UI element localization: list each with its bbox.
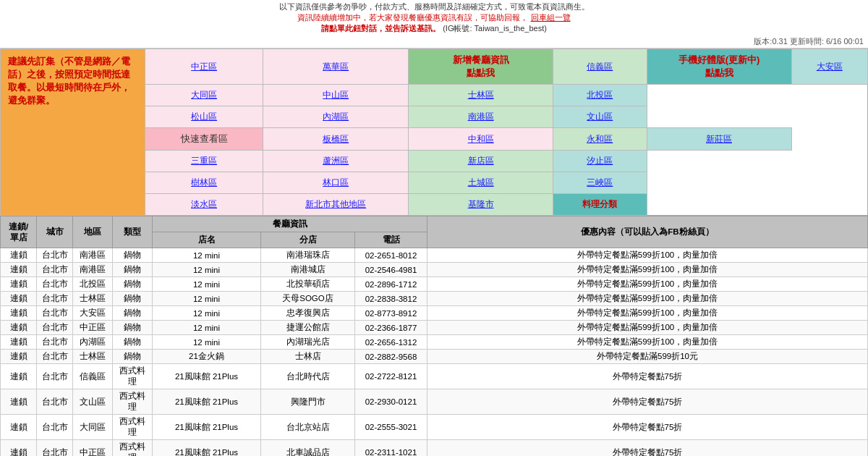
nav-item-tucheng[interactable]: 土城區 — [409, 172, 553, 194]
table-cell-5-2: 中正區 — [73, 321, 113, 335]
table-row: 連鎖台北市大安區鍋物12 mini忠孝復興店02-8773-8912外帶特定餐點… — [1, 306, 868, 321]
table-cell-11-0: 連鎖 — [1, 440, 37, 457]
main-table: 連鎖/單店 城市 地區 類型 餐廳資訊 優惠內容（可以貼入為FB粉絲頁） 店名 … — [0, 216, 868, 456]
table-row: 連鎖台北市信義區西式料理21風味館 21Plus台北時代店02-2722-812… — [1, 364, 868, 389]
table-cell-5-1: 台北市 — [37, 321, 73, 335]
nav-header-col3[interactable]: 手機好體版(更新中)點點我 — [647, 49, 791, 85]
table-cell-8-0: 連鎖 — [1, 364, 37, 389]
table-cell-7-4: 21金火鍋 — [153, 350, 261, 364]
table-cell-8-4: 21風味館 21Plus — [153, 364, 261, 389]
nav-item-daan[interactable]: 大安區 — [791, 49, 868, 85]
nav-item-datong[interactable]: 大同區 — [145, 85, 263, 106]
table-cell-9-2: 文山區 — [73, 389, 113, 415]
table-cell-1-7: 外帶特定餐點滿599折100，肉量加倍 — [427, 263, 868, 277]
table-cell-4-2: 大安區 — [73, 306, 113, 321]
nav-item-wenshan[interactable]: 文山區 — [553, 106, 647, 128]
notice-line1: 以下資訊僅供參考勿爭吵，付款方式、服務時間及詳細確定方式，可致電本頁資訊商生。 — [3, 1, 865, 12]
table-cell-2-7: 外帶特定餐點滿599折100，肉量加倍 — [427, 277, 868, 292]
table-cell-7-2: 士林區 — [73, 350, 113, 364]
nav-header-col1: 建議先訂集（不管是網路／電話）之後，按照預定時間抵達取餐。以最短時間待在戶外，避… — [1, 49, 145, 216]
table-cell-5-5: 捷運公館店 — [261, 321, 355, 335]
nav-item-zhongshan[interactable]: 中山區 — [263, 85, 409, 106]
table-cell-4-4: 12 mini — [153, 306, 261, 321]
table-cell-0-5: 南港瑞珠店 — [261, 248, 355, 263]
table-cell-6-6: 02-2656-1312 — [355, 335, 427, 350]
nav-item-sanxia[interactable]: 三峽區 — [553, 172, 647, 194]
header-phone: 電話 — [355, 232, 427, 248]
table-cell-5-6: 02-2366-1877 — [355, 321, 427, 335]
table-cell-9-5: 興隆門市 — [261, 389, 355, 415]
table-cell-5-3: 鍋物 — [113, 321, 153, 335]
table-cell-11-4: 21風味館 21Plus — [153, 440, 261, 457]
table-cell-2-4: 12 mini — [153, 277, 261, 292]
table-cell-8-1: 台北市 — [37, 364, 73, 389]
table-cell-1-2: 南港區 — [73, 263, 113, 277]
table-cell-5-7: 外帶特定餐點滿599折100，肉量加倍 — [427, 321, 868, 335]
notice-line2-link[interactable]: 回車組一覽 — [531, 13, 571, 22]
table-cell-6-3: 鍋物 — [113, 335, 153, 350]
table-cell-2-1: 台北市 — [37, 277, 73, 292]
table-cell-9-4: 21風味館 21Plus — [153, 389, 261, 415]
header-restaurant-info: 餐廳資訊 — [153, 216, 427, 232]
table-cell-10-3: 西式料理 — [113, 415, 153, 440]
table-row: 連鎖台北市文山區西式料理21風味館 21Plus興隆門市02-2930-0121… — [1, 389, 868, 415]
quick-area-label: 快速查看區 — [145, 128, 263, 151]
top-notice: 以下資訊僅供參考勿爭吵，付款方式、服務時間及詳細確定方式，可致電本頁資訊商生。 … — [0, 0, 868, 35]
table-cell-11-2: 中正區 — [73, 440, 113, 457]
table-cell-8-5: 台北時代店 — [261, 364, 355, 389]
nav-item-cuisine[interactable]: 料理分類 — [553, 194, 647, 216]
table-cell-7-1: 台北市 — [37, 350, 73, 364]
nav-item-danshui[interactable]: 淡水區 — [145, 194, 263, 216]
nav-item-zhongzheng[interactable]: 中正區 — [145, 49, 263, 85]
table-cell-11-6: 02-2311-1021 — [355, 440, 427, 457]
nav-header-col2[interactable]: 新增餐廳資訊點點我 — [409, 49, 553, 85]
nav-item-sanchong[interactable]: 三重區 — [145, 151, 263, 172]
table-cell-11-7: 外帶特定餐點75折 — [427, 440, 868, 457]
table-cell-6-0: 連鎖 — [1, 335, 37, 350]
table-cell-6-5: 內湖瑞光店 — [261, 335, 355, 350]
nav-item-xinbei-other[interactable]: 新北市其他地區 — [263, 194, 409, 216]
table-cell-9-0: 連鎖 — [1, 389, 37, 415]
nav-item-banqiao[interactable]: 板橋區 — [263, 128, 409, 151]
nav-item-zhonghe[interactable]: 中和區 — [409, 128, 553, 151]
table-cell-3-4: 12 mini — [153, 292, 261, 306]
nav-item-xinzhuang[interactable]: 新莊區 — [647, 128, 791, 151]
table-cell-3-3: 鍋物 — [113, 292, 153, 306]
nav-item-jilong[interactable]: 基隆市 — [409, 194, 553, 216]
table-cell-1-3: 鍋物 — [113, 263, 153, 277]
nav-item-shilin[interactable]: 士林區 — [409, 85, 553, 106]
table-cell-2-5: 北投華碩店 — [261, 277, 355, 292]
table-cell-3-2: 士林區 — [73, 292, 113, 306]
table-cell-4-7: 外帶特定餐點滿599折100，肉量加倍 — [427, 306, 868, 321]
table-cell-4-6: 02-8773-8912 — [355, 306, 427, 321]
table-cell-6-4: 12 mini — [153, 335, 261, 350]
nav-item-neihu[interactable]: 內湖區 — [263, 106, 409, 128]
table-cell-0-2: 南港區 — [73, 248, 113, 263]
nav-item-xindian[interactable]: 新店區 — [409, 151, 553, 172]
table-body: 連鎖台北市南港區鍋物12 mini南港瑞珠店02-2651-8012外帶特定餐點… — [1, 248, 868, 457]
table-row: 連鎖台北市士林區鍋物21金火鍋士林店02-2882-9568外帶特定餐點滿599… — [1, 350, 868, 364]
nav-item-shulin[interactable]: 樹林區 — [145, 172, 263, 194]
table-cell-3-0: 連鎖 — [1, 292, 37, 306]
header-chain: 連鎖/單店 — [1, 216, 37, 248]
table-cell-2-2: 北投區 — [73, 277, 113, 292]
nav-item-songshan[interactable]: 松山區 — [145, 106, 263, 128]
nav-item-xinyi[interactable]: 信義區 — [553, 49, 647, 85]
table-cell-9-1: 台北市 — [37, 389, 73, 415]
table-cell-7-6: 02-2882-9568 — [355, 350, 427, 364]
nav-item-linkou[interactable]: 林口區 — [263, 172, 409, 194]
table-cell-11-5: 北車誠品店 — [261, 440, 355, 457]
nav-item-wanhua[interactable]: 萬華區 — [263, 49, 409, 85]
table-cell-11-3: 西式料理 — [113, 440, 153, 457]
table-cell-1-4: 12 mini — [153, 263, 261, 277]
nav-item-yonghe[interactable]: 永和區 — [553, 128, 647, 151]
nav-item-nangang[interactable]: 南港區 — [409, 106, 553, 128]
table-cell-4-3: 鍋物 — [113, 306, 153, 321]
nav-item-beitou[interactable]: 北投區 — [553, 85, 647, 106]
table-cell-7-3: 鍋物 — [113, 350, 153, 364]
nav-item-luzhou[interactable]: 蘆洲區 — [263, 151, 409, 172]
table-cell-10-4: 21風味館 21Plus — [153, 415, 261, 440]
table-cell-3-5: 天母SOGO店 — [261, 292, 355, 306]
notice-line2: 資訊陸續續增加中，若大家發現餐廳優惠資訊有誤，可協助回報， 回車組一覽 — [3, 12, 865, 23]
nav-item-xizhi[interactable]: 汐止區 — [553, 151, 647, 172]
